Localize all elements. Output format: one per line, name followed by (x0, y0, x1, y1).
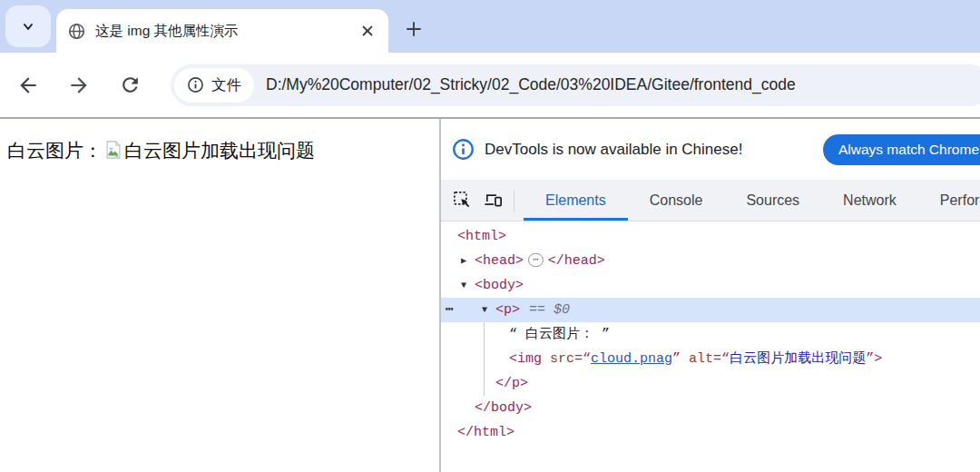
dom-tree-row[interactable]: </body> (441, 396, 980, 420)
forward-arrow-icon (67, 74, 91, 97)
dom-tree: <html>▶<head>⋯</head>▼<body>⋯▼<p>== $0“ … (441, 221, 980, 472)
tab-close-button[interactable] (358, 21, 377, 41)
tab-performance[interactable]: Performance (918, 180, 980, 221)
devtools-panel: DevTools is now available in Chinese! Al… (441, 119, 980, 472)
back-arrow-icon (16, 74, 40, 97)
code-token-ellipsis[interactable]: ⋯ (528, 253, 544, 267)
browser-tab[interactable]: 这是 img 其他属性演示 (56, 9, 388, 53)
address-bar[interactable]: 文件 D:/My%20Computer/02_Stricky/02_Code/0… (171, 64, 980, 106)
code-token-tag: </p> (495, 376, 528, 391)
broken-image-icon (103, 140, 123, 160)
code-token-value: 白云图片加载出现问题 (730, 351, 866, 367)
page-text: 白云图片： (7, 140, 103, 161)
forward-button[interactable] (64, 70, 94, 101)
tab-title: 这是 img 其他属性演示 (95, 22, 358, 41)
tab-strip: 这是 img 其他属性演示 (0, 0, 980, 53)
toolbar-separator (514, 190, 514, 211)
collapse-arrow-icon[interactable]: ▼ (461, 273, 475, 298)
device-toolbar-button[interactable] (481, 189, 505, 212)
collapse-arrow-icon[interactable]: ▼ (482, 298, 495, 322)
tab-sources[interactable]: Sources (724, 180, 821, 221)
notification-message: DevTools is now available in Chinese! (485, 141, 742, 159)
code-token-tag: </body> (475, 400, 532, 416)
dom-tree-row[interactable]: ▶<head>⋯</head> (441, 249, 980, 273)
tab-network[interactable]: Network (821, 180, 918, 221)
tab-console[interactable]: Console (628, 180, 725, 221)
dom-tree-row[interactable]: </p> (441, 371, 980, 396)
dom-tree-row[interactable]: ⋯▼<p>== $0 (441, 298, 980, 322)
code-token-attr: alt= (689, 351, 721, 367)
code-token-tag: ”> (866, 351, 882, 367)
dom-tree-row[interactable]: </html> (441, 420, 980, 445)
devtools-toolbar: Elements Console Sources Network Perform… (441, 180, 980, 221)
devtools-notification: DevTools is now available in Chinese! Al… (441, 119, 980, 180)
code-token-tag: ” (672, 351, 681, 367)
url-text: D:/My%20Computer/02_Stricky/02_Code/03%2… (266, 75, 796, 94)
tab-search-button[interactable] (5, 5, 51, 47)
chevron-down-icon (19, 17, 37, 35)
code-token-tag: </html> (457, 425, 514, 440)
code-token-tag: <head> (475, 253, 524, 269)
page-viewport: 白云图片： 白云图片加载出现问题 (0, 119, 439, 472)
site-info-chip[interactable]: 文件 (174, 68, 254, 103)
dom-tree-row[interactable]: <html> (441, 224, 980, 249)
inspect-element-button[interactable] (450, 189, 474, 212)
code-token-text: “ 白云图片： ” (509, 327, 610, 342)
dom-tree-row[interactable]: “ 白云图片： ” (441, 322, 980, 347)
content-area: 白云图片： 白云图片加载出现问题 DevTools is now availab… (0, 119, 980, 472)
code-token-link[interactable]: cloud.pnag (591, 351, 672, 367)
browser-window: 这是 img 其他属性演示 (0, 0, 980, 472)
plus-icon (405, 20, 423, 38)
close-icon (361, 25, 374, 37)
info-icon (187, 76, 204, 93)
match-language-button[interactable]: Always match Chrome (823, 134, 980, 165)
reload-button[interactable] (114, 70, 145, 101)
code-token-tag: “ (583, 351, 591, 367)
row-overflow-menu-icon[interactable]: ⋯ (446, 298, 455, 322)
code-token-attr: src= (550, 351, 583, 367)
image-alt-text: 白云图片加载出现问题 (124, 140, 315, 161)
navigation-bar: 文件 D:/My%20Computer/02_Stricky/02_Code/0… (0, 53, 980, 119)
expand-arrow-icon[interactable]: ▶ (461, 249, 475, 273)
code-token-tag: <img (509, 351, 550, 367)
code-token-tag: <p> (495, 302, 520, 318)
globe-icon (67, 22, 86, 41)
page-paragraph: 白云图片： 白云图片加载出现问题 (7, 138, 432, 163)
code-token-plain (681, 351, 689, 367)
code-token-anno: == $0 (529, 302, 570, 318)
dom-tree-row[interactable]: <img src=“cloud.pnag” alt=“白云图片加载出现问题”> (441, 347, 980, 371)
device-toolbar-icon (483, 190, 504, 211)
code-token-tag: <body> (475, 278, 524, 293)
inspect-cursor-icon (452, 190, 473, 211)
site-chip-label: 文件 (211, 75, 241, 95)
info-icon (452, 138, 475, 161)
new-tab-button[interactable] (396, 11, 432, 47)
code-token-tag: “ (721, 351, 730, 367)
dom-tree-row[interactable]: ▼<body> (441, 273, 980, 298)
tab-elements[interactable]: Elements (524, 180, 628, 221)
reload-icon (119, 74, 142, 96)
back-button[interactable] (13, 70, 44, 101)
code-token-tag: <html> (457, 229, 506, 244)
code-token-tag: </head> (548, 253, 605, 269)
